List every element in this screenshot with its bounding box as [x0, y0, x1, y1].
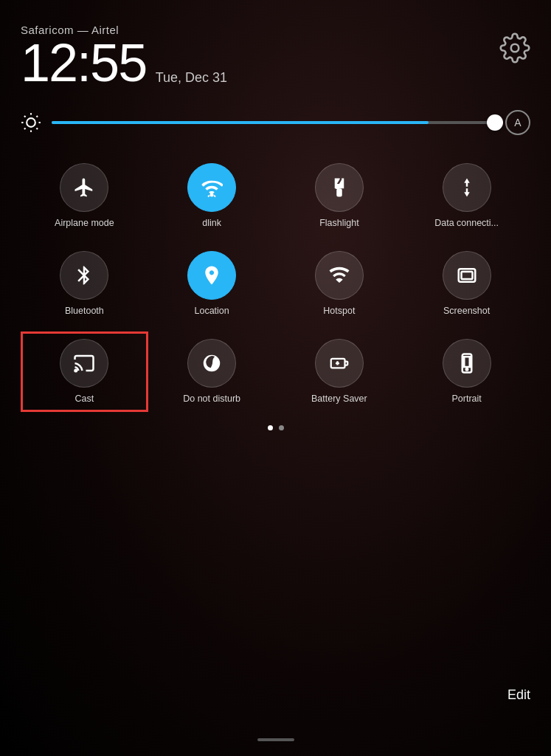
qs-item-hotspot[interactable]: Hotspot — [276, 244, 403, 324]
battery-saver-icon — [328, 352, 350, 374]
svg-point-1 — [27, 118, 35, 127]
wifi-icon — [201, 176, 223, 199]
qs-item-bluetooth[interactable]: Bluetooth — [21, 244, 148, 324]
qs-label-bluetooth: Bluetooth — [65, 306, 104, 317]
qs-label-cast: Cast — [75, 394, 94, 405]
qs-item-screenshot[interactable]: Screenshot — [403, 244, 530, 324]
svg-rect-18 — [464, 357, 470, 367]
pagination-dots — [21, 425, 530, 439]
bottom-handle[interactable] — [0, 731, 551, 741]
qs-item-data-connection[interactable]: Data connecti... — [403, 156, 530, 236]
flashlight-icon — [328, 176, 350, 199]
qs-label-hotspot: Hotspot — [323, 306, 355, 317]
qs-circle-bluetooth — [60, 251, 108, 300]
airplane-icon — [73, 176, 95, 199]
qs-item-airplane-mode[interactable]: Airplane mode — [21, 156, 148, 236]
qs-item-wifi[interactable]: dlink — [148, 156, 276, 236]
auto-brightness-button[interactable]: A — [505, 110, 530, 135]
hotspot-icon — [328, 264, 350, 286]
svg-line-5 — [36, 128, 38, 129]
svg-line-9 — [36, 116, 38, 117]
qs-circle-portrait — [443, 339, 491, 388]
qs-circle-data-connection — [443, 163, 491, 212]
qs-circle-screenshot — [443, 251, 491, 300]
qs-circle-hotspot — [315, 251, 364, 300]
qs-label-flashlight: Flashlight — [319, 218, 359, 229]
qs-circle-airplane-mode — [60, 163, 108, 212]
qs-label-do-not-disturb: Do not disturb — [183, 394, 240, 405]
cast-icon — [73, 352, 95, 374]
date-text: Tue, Dec 31 — [156, 70, 227, 85]
brightness-thumb — [487, 114, 503, 131]
qs-item-flashlight[interactable]: Flashlight — [276, 156, 403, 236]
qs-circle-location — [187, 251, 236, 300]
clock-time: 12:55 — [21, 33, 146, 92]
qs-item-do-not-disturb[interactable]: Do not disturb — [148, 331, 276, 412]
qs-item-battery-saver[interactable]: Battery Saver — [276, 331, 403, 412]
screenshot-icon — [456, 264, 478, 286]
header: Safaricom — Airtel 12:55 Tue, Dec 31 — [21, 24, 530, 89]
edit-button[interactable]: Edit — [507, 687, 530, 703]
svg-line-8 — [24, 128, 26, 129]
qs-label-screenshot: Screenshot — [443, 306, 490, 317]
data-connection-icon — [456, 176, 478, 199]
do-not-disturb-icon — [201, 352, 223, 374]
qs-circle-flashlight — [315, 163, 364, 212]
qs-label-airplane-mode: Airplane mode — [55, 218, 114, 229]
qs-item-cast[interactable]: Cast — [21, 331, 148, 412]
dot-2 — [279, 425, 284, 430]
svg-point-0 — [511, 44, 519, 52]
qs-item-location[interactable]: Location — [148, 244, 276, 324]
settings-button[interactable] — [499, 32, 530, 63]
svg-line-4 — [24, 116, 26, 117]
brightness-icon — [21, 112, 41, 133]
qs-label-data-connection: Data connecti... — [434, 218, 499, 229]
portrait-icon — [456, 352, 478, 374]
svg-point-19 — [465, 368, 468, 371]
brightness-row: A — [21, 110, 530, 135]
qs-circle-battery-saver — [315, 339, 364, 388]
time-row: 12:55 Tue, Dec 31 — [21, 36, 227, 89]
qs-circle-do-not-disturb — [187, 339, 236, 388]
location-icon — [201, 264, 223, 286]
bluetooth-icon — [73, 264, 95, 286]
brightness-slider[interactable] — [52, 121, 495, 124]
qs-label-location: Location — [194, 306, 229, 317]
dot-1 — [268, 425, 273, 430]
qs-circle-wifi — [187, 163, 236, 212]
svg-point-14 — [75, 370, 77, 372]
qs-item-portrait[interactable]: Portrait — [403, 331, 530, 412]
quick-settings-grid: Airplane mode dlink — [21, 156, 530, 412]
header-left: Safaricom — Airtel 12:55 Tue, Dec 31 — [21, 24, 227, 89]
qs-label-portrait: Portrait — [451, 394, 481, 405]
svg-rect-11 — [336, 188, 342, 196]
qs-label-wifi: dlink — [202, 218, 221, 229]
handle-bar — [257, 738, 294, 741]
brightness-fill — [52, 121, 429, 124]
qs-label-battery-saver: Battery Saver — [311, 394, 367, 405]
svg-rect-13 — [461, 272, 472, 279]
qs-circle-cast — [60, 339, 108, 388]
